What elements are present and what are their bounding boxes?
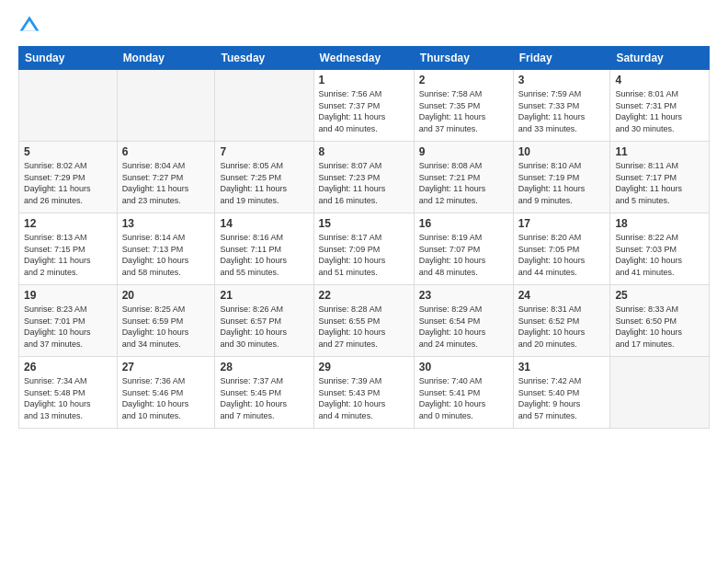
- day-cell: 23Sunrise: 8:29 AM Sunset: 6:54 PM Dayli…: [414, 285, 513, 357]
- header: [18, 15, 710, 37]
- day-number: 17: [518, 217, 606, 230]
- day-info: Sunrise: 8:08 AM Sunset: 7:21 PM Dayligh…: [419, 160, 508, 206]
- day-info: Sunrise: 8:23 AM Sunset: 7:01 PM Dayligh…: [24, 304, 112, 350]
- header-day-friday: Friday: [513, 47, 610, 70]
- day-info: Sunrise: 8:28 AM Sunset: 6:55 PM Dayligh…: [319, 304, 409, 350]
- day-info: Sunrise: 7:58 AM Sunset: 7:35 PM Dayligh…: [419, 88, 508, 134]
- day-cell: 20Sunrise: 8:25 AM Sunset: 6:59 PM Dayli…: [117, 285, 215, 357]
- day-cell: 6Sunrise: 8:04 AM Sunset: 7:27 PM Daylig…: [117, 142, 215, 213]
- calendar-page: SundayMondayTuesdayWednesdayThursdayFrid…: [0, 0, 728, 563]
- day-cell: 7Sunrise: 8:05 AM Sunset: 7:25 PM Daylig…: [215, 142, 313, 213]
- day-info: Sunrise: 8:14 AM Sunset: 7:13 PM Dayligh…: [122, 232, 210, 278]
- week-row-4: 19Sunrise: 8:23 AM Sunset: 7:01 PM Dayli…: [19, 285, 710, 357]
- day-number: 8: [319, 145, 409, 158]
- day-number: 31: [518, 361, 606, 373]
- day-number: 1: [319, 74, 409, 86]
- day-number: 12: [24, 217, 112, 230]
- day-cell: 5Sunrise: 8:02 AM Sunset: 7:29 PM Daylig…: [19, 142, 118, 213]
- day-info: Sunrise: 8:33 AM Sunset: 6:50 PM Dayligh…: [615, 304, 704, 350]
- day-info: Sunrise: 7:56 AM Sunset: 7:37 PM Dayligh…: [319, 88, 409, 134]
- day-cell: 30Sunrise: 7:40 AM Sunset: 5:41 PM Dayli…: [414, 357, 513, 429]
- day-number: 26: [24, 361, 112, 373]
- day-number: 6: [122, 145, 210, 158]
- day-number: 5: [24, 145, 112, 158]
- day-cell: 8Sunrise: 8:07 AM Sunset: 7:23 PM Daylig…: [313, 142, 414, 213]
- calendar-header-row: SundayMondayTuesdayWednesdayThursdayFrid…: [19, 47, 710, 70]
- day-info: Sunrise: 7:59 AM Sunset: 7:33 PM Dayligh…: [518, 88, 606, 134]
- week-row-2: 5Sunrise: 8:02 AM Sunset: 7:29 PM Daylig…: [19, 142, 710, 213]
- day-cell: 24Sunrise: 8:31 AM Sunset: 6:52 PM Dayli…: [513, 285, 610, 357]
- day-number: 10: [518, 145, 606, 158]
- day-info: Sunrise: 8:29 AM Sunset: 6:54 PM Dayligh…: [419, 304, 508, 350]
- day-info: Sunrise: 7:36 AM Sunset: 5:46 PM Dayligh…: [122, 375, 210, 421]
- day-number: 27: [122, 361, 210, 373]
- day-info: Sunrise: 7:39 AM Sunset: 5:43 PM Dayligh…: [319, 375, 409, 421]
- week-row-3: 12Sunrise: 8:13 AM Sunset: 7:15 PM Dayli…: [19, 213, 710, 285]
- day-number: 24: [518, 289, 606, 302]
- day-cell: 26Sunrise: 7:34 AM Sunset: 5:48 PM Dayli…: [19, 357, 118, 429]
- day-number: 19: [24, 289, 112, 302]
- day-info: Sunrise: 8:19 AM Sunset: 7:07 PM Dayligh…: [419, 232, 508, 278]
- day-number: 13: [122, 217, 210, 230]
- day-cell: [215, 70, 313, 142]
- day-cell: 19Sunrise: 8:23 AM Sunset: 7:01 PM Dayli…: [19, 285, 118, 357]
- day-info: Sunrise: 8:01 AM Sunset: 7:31 PM Dayligh…: [615, 88, 704, 134]
- day-info: Sunrise: 8:04 AM Sunset: 7:27 PM Dayligh…: [122, 160, 210, 206]
- day-cell: 18Sunrise: 8:22 AM Sunset: 7:03 PM Dayli…: [610, 213, 710, 285]
- day-info: Sunrise: 8:02 AM Sunset: 7:29 PM Dayligh…: [24, 160, 112, 206]
- day-number: 21: [220, 289, 308, 302]
- day-number: 4: [615, 74, 704, 86]
- day-cell: 22Sunrise: 8:28 AM Sunset: 6:55 PM Dayli…: [313, 285, 414, 357]
- header-day-thursday: Thursday: [414, 47, 513, 70]
- day-number: 2: [419, 74, 508, 86]
- day-cell: 13Sunrise: 8:14 AM Sunset: 7:13 PM Dayli…: [117, 213, 215, 285]
- day-cell: 2Sunrise: 7:58 AM Sunset: 7:35 PM Daylig…: [414, 70, 513, 142]
- day-number: 11: [615, 145, 704, 158]
- day-cell: 25Sunrise: 8:33 AM Sunset: 6:50 PM Dayli…: [610, 285, 710, 357]
- day-number: 22: [319, 289, 409, 302]
- day-info: Sunrise: 8:20 AM Sunset: 7:05 PM Dayligh…: [518, 232, 606, 278]
- day-info: Sunrise: 8:05 AM Sunset: 7:25 PM Dayligh…: [220, 160, 308, 206]
- day-info: Sunrise: 8:25 AM Sunset: 6:59 PM Dayligh…: [122, 304, 210, 350]
- header-day-sunday: Sunday: [19, 47, 118, 70]
- day-cell: 16Sunrise: 8:19 AM Sunset: 7:07 PM Dayli…: [414, 213, 513, 285]
- header-day-tuesday: Tuesday: [215, 47, 313, 70]
- day-cell: 11Sunrise: 8:11 AM Sunset: 7:17 PM Dayli…: [610, 142, 710, 213]
- day-info: Sunrise: 7:34 AM Sunset: 5:48 PM Dayligh…: [24, 375, 112, 421]
- day-number: 30: [419, 361, 508, 373]
- day-info: Sunrise: 8:16 AM Sunset: 7:11 PM Dayligh…: [220, 232, 308, 278]
- calendar-table: SundayMondayTuesdayWednesdayThursdayFrid…: [18, 46, 710, 429]
- day-number: 9: [419, 145, 508, 158]
- day-cell: 21Sunrise: 8:26 AM Sunset: 6:57 PM Dayli…: [215, 285, 313, 357]
- day-number: 7: [220, 145, 308, 158]
- logo-icon: [18, 15, 40, 37]
- day-info: Sunrise: 8:31 AM Sunset: 6:52 PM Dayligh…: [518, 304, 606, 350]
- day-cell: 17Sunrise: 8:20 AM Sunset: 7:05 PM Dayli…: [513, 213, 610, 285]
- day-cell: 10Sunrise: 8:10 AM Sunset: 7:19 PM Dayli…: [513, 142, 610, 213]
- day-info: Sunrise: 8:11 AM Sunset: 7:17 PM Dayligh…: [615, 160, 704, 206]
- day-cell: 31Sunrise: 7:42 AM Sunset: 5:40 PM Dayli…: [513, 357, 610, 429]
- header-day-saturday: Saturday: [610, 47, 710, 70]
- day-info: Sunrise: 8:17 AM Sunset: 7:09 PM Dayligh…: [319, 232, 409, 278]
- day-info: Sunrise: 7:40 AM Sunset: 5:41 PM Dayligh…: [419, 375, 508, 421]
- day-info: Sunrise: 7:42 AM Sunset: 5:40 PM Dayligh…: [518, 375, 606, 421]
- day-number: 18: [615, 217, 704, 230]
- day-cell: 14Sunrise: 8:16 AM Sunset: 7:11 PM Dayli…: [215, 213, 313, 285]
- week-row-1: 1Sunrise: 7:56 AM Sunset: 7:37 PM Daylig…: [19, 70, 710, 142]
- day-info: Sunrise: 8:26 AM Sunset: 6:57 PM Dayligh…: [220, 304, 308, 350]
- day-cell: 15Sunrise: 8:17 AM Sunset: 7:09 PM Dayli…: [313, 213, 414, 285]
- day-info: Sunrise: 8:10 AM Sunset: 7:19 PM Dayligh…: [518, 160, 606, 206]
- day-cell: [117, 70, 215, 142]
- day-cell: 12Sunrise: 8:13 AM Sunset: 7:15 PM Dayli…: [19, 213, 118, 285]
- day-number: 25: [615, 289, 704, 302]
- day-cell: 29Sunrise: 7:39 AM Sunset: 5:43 PM Dayli…: [313, 357, 414, 429]
- day-info: Sunrise: 8:07 AM Sunset: 7:23 PM Dayligh…: [319, 160, 409, 206]
- day-info: Sunrise: 8:13 AM Sunset: 7:15 PM Dayligh…: [24, 232, 112, 278]
- day-cell: 4Sunrise: 8:01 AM Sunset: 7:31 PM Daylig…: [610, 70, 710, 142]
- header-day-wednesday: Wednesday: [313, 47, 414, 70]
- day-number: 29: [319, 361, 409, 373]
- day-cell: 3Sunrise: 7:59 AM Sunset: 7:33 PM Daylig…: [513, 70, 610, 142]
- day-number: 3: [518, 74, 606, 86]
- day-cell: [19, 70, 118, 142]
- day-number: 23: [419, 289, 508, 302]
